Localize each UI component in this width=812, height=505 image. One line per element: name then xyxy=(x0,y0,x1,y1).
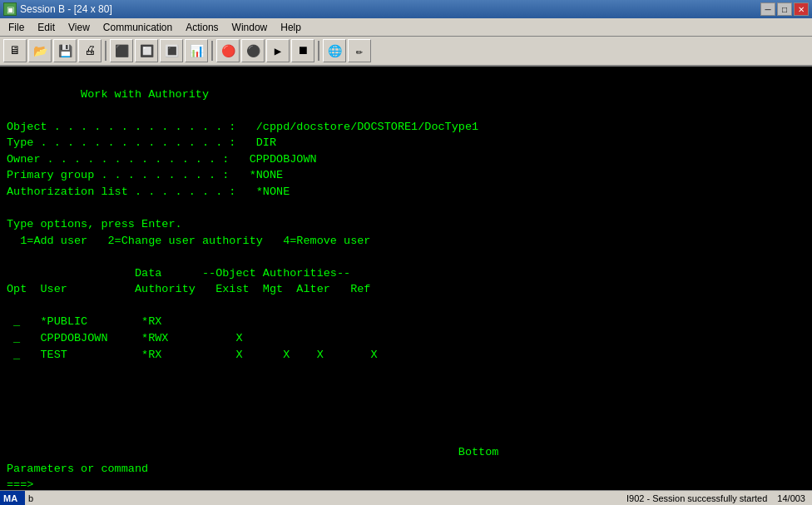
toolbar-btn-7[interactable]: 🔳 xyxy=(160,39,183,62)
maximize-button[interactable]: □ xyxy=(777,2,792,16)
toolbar-btn-5[interactable]: ⬛ xyxy=(110,39,133,62)
menu-actions[interactable]: Actions xyxy=(179,18,225,36)
toolbar-btn-14[interactable]: ✏ xyxy=(348,39,371,62)
menu-help[interactable]: Help xyxy=(274,18,308,36)
terminal-screen[interactable]: Work with Authority Object . . . . . . .… xyxy=(0,67,812,490)
menu-communication[interactable]: Communication xyxy=(97,18,179,36)
toolbar-btn-6[interactable]: 🔲 xyxy=(135,39,158,62)
toolbar-btn-10[interactable]: ⚫ xyxy=(241,39,265,62)
toolbar-btn-3[interactable]: 💾 xyxy=(53,39,77,62)
toolbar-btn-2[interactable]: 📂 xyxy=(28,39,52,62)
toolbar-sep-3 xyxy=(318,41,319,61)
close-button[interactable]: ✕ xyxy=(794,2,809,16)
toolbar-btn-12[interactable]: ⏹ xyxy=(291,39,314,62)
window-title: Session B - [24 x 80] xyxy=(20,3,112,15)
menu-bar: File Edit View Communication Actions Win… xyxy=(0,18,812,37)
toolbar-btn-13[interactable]: 🌐 xyxy=(323,39,346,62)
cursor-position: 14/003 xyxy=(770,493,812,503)
menu-window[interactable]: Window xyxy=(225,18,275,36)
toolbar-btn-1[interactable]: 🖥 xyxy=(3,39,27,62)
terminal-container: Work with Authority Object . . . . . . .… xyxy=(0,67,812,505)
menu-file[interactable]: File xyxy=(2,18,31,36)
menu-view[interactable]: View xyxy=(62,18,97,36)
toolbar-btn-4[interactable]: 🖨 xyxy=(78,39,102,62)
toolbar-btn-9[interactable]: 🔴 xyxy=(216,39,240,62)
menu-edit[interactable]: Edit xyxy=(31,18,62,36)
title-bar: ▣ Session B - [24 x 80] ─ □ ✕ xyxy=(0,0,812,18)
toolbar-sep-1 xyxy=(105,41,106,61)
minimize-button[interactable]: ─ xyxy=(760,2,775,16)
toolbar-sep-2 xyxy=(211,41,213,61)
window-controls: ─ □ ✕ xyxy=(760,2,809,16)
toolbar-btn-11[interactable]: ▶ xyxy=(266,39,290,62)
status-input-area[interactable]: b xyxy=(25,491,623,505)
mode-indicator: MA xyxy=(0,491,25,505)
app-icon: ▣ xyxy=(3,2,17,16)
toolbar: 🖥 📂 💾 🖨 ⬛ 🔲 🔳 📊 🔴 ⚫ ▶ ⏹ 🌐 ✏ xyxy=(0,37,812,67)
status-message: I902 - Session successfully started xyxy=(623,493,770,503)
toolbar-btn-8[interactable]: 📊 xyxy=(185,39,208,62)
status-bar: MA b I902 - Session successfully started… xyxy=(0,490,812,505)
